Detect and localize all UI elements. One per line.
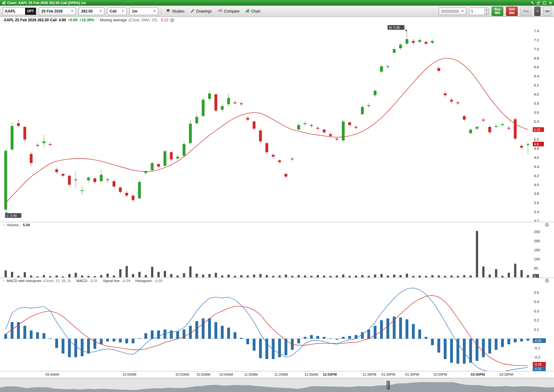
- volume-bar: [49, 276, 51, 277]
- macd-bar: [176, 331, 179, 339]
- remove-volume-icon[interactable]: ×: [545, 223, 549, 227]
- macd-bar: [501, 339, 504, 347]
- candle: [412, 41, 415, 43]
- flat-button[interactable]: Flat: [520, 7, 531, 16]
- link-icon[interactable]: [543, 7, 551, 16]
- candle: [233, 102, 236, 103]
- symbol-input[interactable]: [3, 8, 25, 15]
- order-options-dropdown[interactable]: ▼: [534, 7, 541, 16]
- time-label: 11:20AM: [274, 373, 288, 376]
- window-title: Chart: AAPL 25 Feb 2026 262.50 Call (OPR…: [7, 1, 531, 5]
- navigator-handle[interactable]: [386, 381, 390, 389]
- remove-study-icon[interactable]: ×: [170, 18, 174, 22]
- volume-bar: [310, 276, 312, 277]
- volume-bar: [317, 275, 319, 277]
- macd-chart[interactable]: 0.50.40.30.20.1-0.1-0.2-0.02-0.29-0.31: [0, 283, 554, 371]
- candle: [157, 164, 160, 167]
- candle: [68, 176, 71, 185]
- svg-text:7.0: 7.0: [534, 47, 539, 51]
- collapse-panel-icon[interactable]: −: [3, 279, 5, 283]
- volume-bar: [368, 276, 370, 277]
- quantity-input[interactable]: [469, 8, 484, 15]
- chart-window: Chart: AAPL 25 Feb 2026 262.50 Call (OPR…: [0, 0, 554, 392]
- quantity-up-icon[interactable]: ▲: [485, 8, 489, 11]
- expiry-dropdown[interactable]: 25 Feb 2026 ▼: [39, 8, 76, 15]
- call-put-dropdown[interactable]: Call ▼: [107, 8, 127, 15]
- compare-icon: [218, 9, 222, 13]
- candle: [125, 193, 128, 196]
- macd-histogram: [4, 316, 530, 363]
- volume-bar: [126, 266, 128, 277]
- volume-bar: [170, 274, 172, 277]
- volume-bar: [234, 276, 236, 277]
- candle: [106, 179, 109, 180]
- bar-chart-icon: [245, 9, 249, 13]
- candle: [227, 98, 230, 104]
- remove-macd-icon[interactable]: ×: [545, 279, 549, 283]
- time-label: 09:40AM: [45, 373, 59, 376]
- svg-text:4.6: 4.6: [534, 156, 539, 159]
- candle: [278, 160, 281, 162]
- macd-bar: [412, 324, 415, 339]
- time-label: 12:30PM: [363, 373, 376, 376]
- macd-bar: [100, 339, 103, 344]
- candle: [418, 40, 421, 42]
- macd-bar: [418, 330, 421, 339]
- drawings-button[interactable]: Drawings: [189, 8, 213, 15]
- toolbar: OPT 25 Feb 2026 ▼ 262.50 ▼ Call ▼ 1m ▼ S…: [0, 6, 554, 17]
- buy-market-button[interactable]: Buy Mkt: [492, 7, 503, 16]
- volume-bar: [291, 276, 293, 277]
- macd-bar: [425, 337, 427, 339]
- macd-bar: [4, 334, 7, 339]
- macd-bar: [62, 339, 65, 353]
- volume-bar: [5, 270, 7, 277]
- svg-text:4.9: 4.9: [534, 142, 539, 146]
- option-type-badge[interactable]: OPT: [25, 8, 36, 15]
- svg-text:H: 7.40: H: 7.40: [389, 26, 400, 29]
- account-dropdown[interactable]: ▼: [439, 8, 466, 15]
- collapse-panel-icon[interactable]: −: [3, 223, 5, 227]
- maximize-icon[interactable]: [543, 1, 546, 5]
- volume-bar: [374, 274, 376, 277]
- volume-bar: [508, 273, 510, 278]
- volume-bar: [138, 272, 140, 277]
- candle: [183, 144, 186, 156]
- macd-bar: [195, 321, 198, 339]
- study-params: (Close, SMA, 20) :: [128, 18, 159, 22]
- pin-icon[interactable]: [531, 1, 534, 5]
- sell-market-button[interactable]: Sell Mkt: [506, 7, 518, 16]
- volume-bar: [342, 274, 344, 277]
- chart-body: AAPL 25 Feb 2026 262.50 Call 4.90 +0.69 …: [0, 17, 554, 392]
- time-label: 10:40AM: [219, 373, 233, 376]
- macd-bar: [374, 326, 377, 339]
- candle: [11, 126, 13, 149]
- volume-separator: :: [20, 223, 21, 227]
- svg-text:-0.02: -0.02: [534, 339, 541, 342]
- chart-style-button[interactable]: Chart: [244, 8, 262, 14]
- price-chart[interactable]: 7.47.27.06.86.66.46.26.05.85.65.45.25.04…: [0, 23, 554, 222]
- macd-bar: [214, 322, 217, 339]
- study-value: 5.22: [161, 18, 168, 22]
- chart-navigator[interactable]: [0, 378, 554, 392]
- volume-bar: [24, 272, 26, 277]
- price-change: +0.69: [68, 18, 77, 22]
- macd-bar: [399, 317, 402, 339]
- close-icon[interactable]: [549, 1, 552, 5]
- edit-icon[interactable]: [537, 1, 540, 5]
- volume-chart[interactable]: 250200150100505: [0, 227, 554, 278]
- timeframe-dropdown[interactable]: 1m ▼: [129, 8, 158, 15]
- volume-bar: [145, 275, 147, 277]
- volume-bar: [247, 275, 249, 277]
- volume-bar: [164, 271, 166, 277]
- macd-bar: [405, 319, 408, 339]
- quantity-down-icon[interactable]: ▼: [485, 11, 489, 15]
- time-label: 10:20AM: [175, 373, 189, 376]
- strike-dropdown[interactable]: 262.50 ▼: [79, 8, 104, 15]
- volume-bar: [62, 276, 64, 277]
- compare-button[interactable]: Compare: [216, 8, 241, 14]
- studies-button[interactable]: Studies: [164, 8, 186, 14]
- macd-bar: [476, 339, 478, 361]
- macd-bar: [482, 339, 485, 357]
- window-titlebar[interactable]: Chart: AAPL 25 Feb 2026 262.50 Call (OPR…: [0, 0, 554, 6]
- svg-text:6.6: 6.6: [534, 65, 539, 69]
